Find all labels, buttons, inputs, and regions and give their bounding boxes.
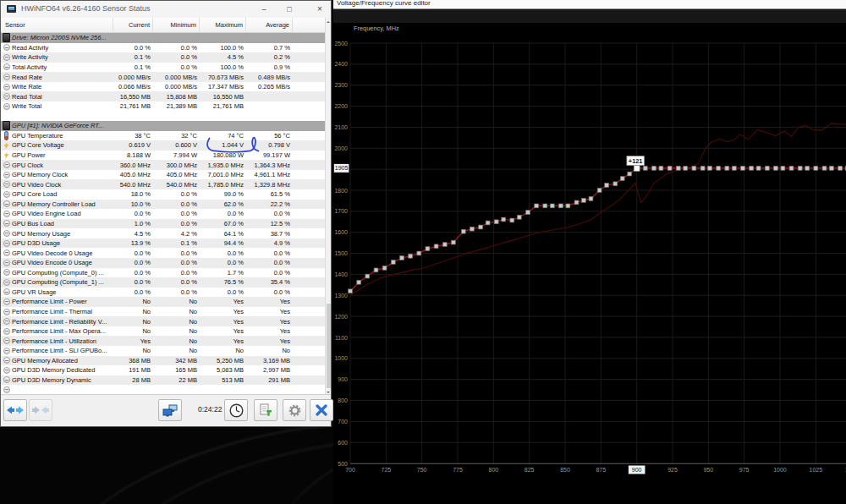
sensor-row[interactable]: Performance Limit - PowerNoNoYesYes: [1, 297, 327, 307]
clock-button[interactable]: [224, 399, 248, 421]
curve-point[interactable]: [659, 167, 663, 171]
sensor-row[interactable]: Performance Limit - Reliability V...NoNo…: [1, 316, 327, 326]
column-header-minimum[interactable]: Minimum: [153, 18, 200, 32]
vf-curve-chart[interactable]: Frequency, MHz50060070080090010001100120…: [333, 0, 846, 504]
curve-point[interactable]: [717, 167, 721, 171]
sensor-row[interactable]: GPU Power8.188 W7.994 W180.080 W99.197 W: [1, 151, 327, 161]
column-header-current[interactable]: Current: [113, 18, 153, 32]
curve-point[interactable]: [765, 167, 769, 171]
curve-point[interactable]: [365, 274, 370, 278]
curve-point[interactable]: [830, 167, 834, 171]
scrollbar-thumb[interactable]: [327, 304, 331, 388]
curve-point[interactable]: [417, 251, 421, 255]
curve-point[interactable]: [750, 167, 754, 171]
curve-point[interactable]: [400, 256, 404, 260]
curve-point[interactable]: [676, 167, 680, 171]
curve-editor-titlebar[interactable]: Voltage/Frequency curve editor: [333, 0, 846, 9]
maximize-button[interactable]: □: [280, 3, 299, 16]
scroll-up-arrow-icon[interactable]: [326, 18, 331, 25]
sensor-row[interactable]: GPU D3D Memory Dynamic28 MB22 MB513 MB29…: [1, 375, 327, 386]
curve-point[interactable]: [349, 289, 353, 293]
sensor-row[interactable]: Performance Limit - ThermalNoNoYesYes: [1, 307, 327, 317]
sensor-row[interactable]: Performance Limit - Max Opera...NoNoYesY…: [1, 326, 327, 337]
sensor-row[interactable]: GPU Computing (Compute_0) ...0.0 %0.0 %1…: [1, 268, 327, 278]
settings-button[interactable]: [283, 399, 306, 421]
curve-point[interactable]: [391, 260, 395, 265]
curve-point[interactable]: [684, 167, 688, 171]
sensor-table-header[interactable]: Sensor Current Minimum Maximum Average: [1, 18, 327, 33]
sensor-row[interactable]: GPU D3D Usage13.9 %0.1 %94.4 %4.9 %: [1, 238, 327, 249]
exit-button[interactable]: [310, 399, 333, 421]
curve-point[interactable]: [667, 167, 672, 171]
curve-point[interactable]: [517, 215, 521, 219]
nav-back-forward-button[interactable]: [3, 399, 27, 421]
curve-point[interactable]: [357, 280, 361, 284]
curve-point[interactable]: [494, 220, 498, 224]
sensor-row[interactable]: Read Rate0.000 MB/s0.000 MB/s70.673 MB/s…: [1, 72, 327, 82]
sensor-row[interactable]: GPU Memory Controller Load10.0 %0.0 %62.…: [1, 200, 327, 210]
curve-point[interactable]: [613, 182, 618, 186]
curve-point[interactable]: [620, 177, 624, 181]
remote-sensors-button[interactable]: [158, 399, 182, 421]
sensor-row[interactable]: Write Activity0.1 %0.0 %4.5 %0.2 %: [1, 52, 327, 63]
curve-point[interactable]: [535, 204, 539, 208]
sensor-row[interactable]: GPU D3D Memory Dedicated191 MB165 MB5,08…: [1, 365, 327, 375]
minimize-button[interactable]: –: [255, 3, 273, 16]
sensor-row[interactable]: Write Rate0.066 MB/s0.000 MB/s17.347 MB/…: [1, 82, 327, 92]
curve-point[interactable]: [486, 221, 490, 225]
curve-point[interactable]: [543, 204, 547, 208]
sensor-row[interactable]: Total Activity0.1 %0.0 %100.0 %0.9 %: [1, 63, 327, 73]
curve-point[interactable]: [798, 167, 802, 171]
sensor-row[interactable]: GPU Computing (Compute_1) ...0.0 %0.0 %7…: [1, 277, 327, 288]
curve-point[interactable]: [470, 227, 475, 231]
close-button[interactable]: ×: [310, 3, 329, 16]
curve-point[interactable]: [597, 189, 602, 193]
sensor-row[interactable]: GPU Video Engine Load0.0 %0.0 %0.0 %0.0 …: [1, 209, 327, 219]
curve-point[interactable]: [643, 167, 647, 171]
curve-point[interactable]: [781, 167, 785, 171]
curve-point[interactable]: [502, 217, 506, 222]
curve-point[interactable]: [461, 229, 465, 233]
curve-point[interactable]: [582, 199, 586, 203]
curve-point[interactable]: [526, 211, 530, 215]
sensor-row[interactable]: GPU Clock360.0 MHz300.0 MHz1,935.0 MHz1,…: [1, 160, 327, 170]
curve-point[interactable]: [382, 266, 387, 271]
section-header-row[interactable]: Drive: Micron 2200S NVMe 256...: [1, 33, 327, 43]
curve-point[interactable]: [741, 167, 745, 171]
curve-point[interactable]: [732, 167, 736, 171]
sensor-row[interactable]: Performance Limit - UtilizationYesNoYesY…: [1, 336, 327, 346]
sensor-row[interactable]: Read Total16,550 MB15,808 MB16,550 MB: [1, 91, 327, 101]
sensor-row[interactable]: Performance Limit - SLI GPUBo...NoNoNoNo: [1, 346, 327, 356]
curve-point[interactable]: [789, 167, 794, 171]
curve-point[interactable]: [426, 247, 430, 251]
column-header-sensor[interactable]: Sensor: [1, 18, 113, 32]
sensor-row[interactable]: GPU Memory Clock405.0 MHz405.0 MHz7,001.…: [1, 170, 327, 180]
sensor-row[interactable]: GPU Video Encode 0 Usage0.0 %0.0 %0.0 %0…: [1, 258, 327, 268]
curve-point[interactable]: [814, 167, 818, 171]
curve-point[interactable]: [805, 167, 810, 171]
curve-point[interactable]: [442, 243, 447, 247]
curve-point[interactable]: [725, 167, 729, 171]
curve-point[interactable]: [374, 268, 378, 272]
curve-point[interactable]: [559, 204, 563, 208]
curve-point[interactable]: [574, 200, 579, 205]
report-button[interactable]: [254, 399, 277, 421]
sensor-row[interactable]: Write Total21,761 MB21,389 MB21,761 MB: [1, 101, 327, 112]
sensor-row[interactable]: GPU Bus Load1.0 %0.0 %67.0 %12.5 %: [1, 219, 327, 229]
curve-point[interactable]: [550, 204, 554, 208]
curve-point[interactable]: [692, 167, 696, 171]
curve-point[interactable]: [566, 204, 570, 208]
sensor-row[interactable]: GPU Temperature38 °C32 °C74 °C56 °C: [1, 131, 327, 141]
sensor-row[interactable]: GPU Memory Allocated368 MB342 MB5,250 MB…: [1, 356, 327, 366]
hwinfo-titlebar[interactable]: HWiNFO64 v6.26-4160 Sensor Status – □ ×: [1, 1, 331, 19]
curve-point[interactable]: [409, 254, 413, 258]
curve-point[interactable]: [652, 167, 656, 171]
selected-curve-point[interactable]: [634, 166, 640, 172]
sensor-row[interactable]: Read Activity0.0 %0.0 %100.0 %0.7 %: [1, 43, 327, 53]
sensor-row[interactable]: GPU Video Decode 0 Usage0.0 %0.0 %0.0 %0…: [1, 248, 327, 258]
curve-point[interactable]: [838, 167, 843, 171]
curve-point[interactable]: [452, 240, 456, 244]
curve-point[interactable]: [510, 218, 514, 222]
sensor-row[interactable]: GPU VR Usage0.0 %0.0 %0.0 %0.0 %: [1, 288, 327, 298]
sensor-row[interactable]: GPU Core Load18.0 %0.0 %99.0 %61.5 %: [1, 189, 327, 200]
